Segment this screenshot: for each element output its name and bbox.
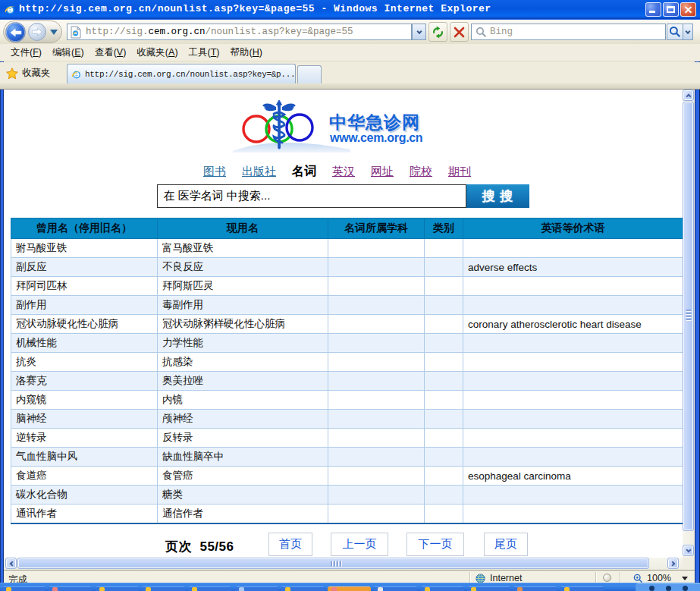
taskbar-button[interactable] — [2, 586, 46, 591]
table-cell — [463, 505, 683, 523]
table-cell — [425, 296, 463, 315]
horizontal-scrollbar[interactable] — [4, 558, 683, 570]
table-cell: coronary atherosclerotic heart disease — [463, 315, 683, 334]
first-page-button[interactable]: 首页 — [268, 533, 312, 556]
search-go-button[interactable] — [667, 24, 683, 40]
table-cell: 毒副作用 — [158, 296, 328, 315]
vertical-scroll-thumb[interactable] — [683, 102, 694, 531]
address-dropdown-button[interactable] — [412, 24, 426, 40]
table-cell: 拜阿斯匹灵 — [158, 277, 328, 296]
menu-item-1[interactable]: 编辑(E) — [52, 46, 84, 59]
table-cell: 食管癌 — [158, 467, 328, 486]
taskbar-button[interactable] — [142, 586, 185, 591]
zoom-control[interactable]: 100% — [633, 573, 688, 583]
favorites-button[interactable]: 收藏夹 — [6, 65, 51, 81]
scroll-up-button[interactable] — [683, 90, 694, 101]
taskbar-button[interactable] — [281, 586, 325, 591]
table-cell — [425, 277, 463, 296]
taskbar-button[interactable] — [513, 586, 557, 591]
table-row: 抗炎抗感染 — [11, 353, 683, 372]
taskbar-button[interactable] — [49, 586, 92, 591]
taskbar-button[interactable] — [421, 586, 464, 591]
navigation-bar: http://sig.cem.org.cn/nounlist.asp?key=&… — [0, 19, 700, 44]
table-cell — [425, 429, 463, 448]
table-cell: 奥美拉唑 — [158, 372, 328, 391]
table-cell: 不良反应 — [158, 258, 328, 277]
scrollbar-corner — [683, 558, 695, 570]
back-button[interactable] — [5, 22, 26, 42]
table-cell: 通讯作者 — [11, 505, 158, 523]
table-cell — [463, 486, 683, 505]
menu-item-4[interactable]: 工具(T) — [189, 46, 220, 59]
last-page-button[interactable]: 尾页 — [484, 533, 528, 556]
horizontal-scroll-thumb[interactable] — [17, 558, 649, 569]
taskbar-button[interactable] — [374, 586, 417, 591]
table-cell — [328, 391, 425, 410]
table-cell — [328, 467, 425, 486]
minimize-button[interactable] — [645, 2, 661, 17]
close-button[interactable]: ✕ — [680, 2, 696, 17]
browser-tab[interactable]: http://sig.cem.org.cn/nounlist.asp?key=&… — [67, 64, 296, 83]
site-link-visited[interactable]: 网址 — [371, 165, 394, 179]
next-page-button[interactable]: 下一页 — [407, 533, 464, 556]
prev-page-button[interactable]: 上一页 — [331, 533, 388, 556]
scroll-down-button[interactable] — [683, 545, 694, 556]
taskbar-button[interactable] — [467, 586, 510, 591]
table-cell: 力学性能 — [158, 334, 328, 353]
menu-item-3[interactable]: 收藏夹(A) — [137, 46, 177, 59]
site-link-visited[interactable]: 英汉 — [332, 165, 355, 179]
table-cell — [328, 315, 425, 334]
table-row: 食道癌食管癌esophageal carcinoma — [11, 467, 683, 486]
menu-item-5[interactable]: 帮助(H) — [231, 46, 262, 59]
table-cell — [425, 239, 463, 258]
table-cell — [328, 410, 425, 429]
menu-item-2[interactable]: 查看(V) — [95, 46, 127, 59]
vertical-scrollbar[interactable] — [683, 90, 695, 558]
forward-button[interactable] — [28, 23, 46, 41]
table-row: 逆转录反转录 — [11, 429, 683, 448]
table-cell: 抗炎 — [11, 353, 158, 372]
tray-icon — [666, 586, 671, 591]
status-text: 完成 — [8, 574, 27, 583]
taskbar-button[interactable] — [235, 586, 278, 591]
table-row: 副作用毒副作用 — [11, 296, 683, 315]
term-search-button[interactable]: 搜 搜 — [466, 184, 529, 208]
menu-item-0[interactable]: 文件(F) — [11, 46, 42, 59]
maximize-button[interactable] — [663, 2, 679, 17]
page-icon — [71, 26, 81, 42]
term-search-input[interactable]: 在 医学名词 中搜索... — [157, 184, 466, 208]
taskbar-button[interactable] — [96, 586, 139, 591]
column-header: 名词所属学科 — [328, 218, 425, 239]
recent-pages-chevron[interactable] — [50, 30, 58, 35]
table-cell — [425, 486, 463, 505]
site-link-visited[interactable]: 院校 — [410, 165, 432, 179]
table-cell — [425, 448, 463, 467]
table-row: 碳水化合物糖类 — [11, 486, 683, 505]
scroll-left-button[interactable] — [5, 558, 17, 569]
table-cell — [463, 334, 683, 353]
search-icon — [476, 27, 487, 41]
stop-button[interactable] — [450, 22, 469, 42]
table-cell — [463, 410, 683, 429]
table-cell — [425, 258, 463, 277]
taskbar-button[interactable] — [560, 586, 604, 591]
search-options-chevron[interactable] — [683, 24, 693, 40]
taskbar-button-active[interactable] — [328, 586, 371, 591]
new-tab-button[interactable] — [297, 65, 322, 83]
table-header-row: 曾用名（停用旧名）现用名名词所属学科类别英语等价术语 — [11, 218, 683, 239]
site-link-link[interactable]: 出版社 — [242, 165, 276, 179]
tab-title: http://sig.cem.org.cn/nounlist.asp?key=&… — [85, 70, 295, 79]
search-box[interactable]: Bing — [471, 24, 666, 40]
site-link-link[interactable]: 图书 — [203, 165, 226, 179]
refresh-button[interactable] — [428, 22, 447, 42]
table-cell — [328, 486, 425, 505]
taskbar-button[interactable] — [188, 586, 231, 591]
table-cell — [425, 467, 463, 486]
table-cell — [463, 372, 683, 391]
table-cell: 缺血性脑卒中 — [158, 448, 328, 467]
address-bar[interactable]: http://sig.cem.org.cn/nounlist.asp?key=&… — [67, 24, 412, 40]
table-row: 冠状动脉硬化性心脏病冠状动脉粥样硬化性心脏病coronary atheroscl… — [11, 315, 683, 334]
scroll-right-button[interactable] — [667, 558, 679, 569]
site-link-visited[interactable]: 期刊 — [448, 165, 471, 179]
table-cell: 拜阿司匹林 — [11, 277, 158, 296]
